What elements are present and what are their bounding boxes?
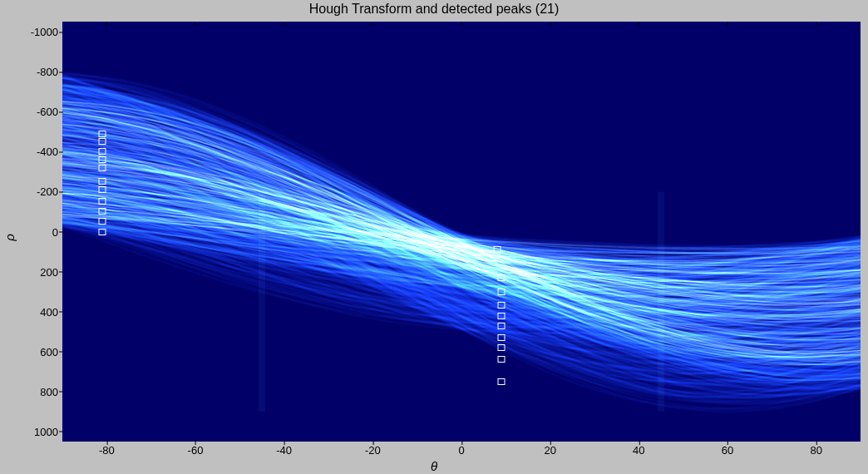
top-tick-mark xyxy=(372,22,373,26)
y-tick-label: -1000 xyxy=(0,26,58,38)
x-tick-label: -60 xyxy=(188,444,204,457)
x-tick-label: 0 xyxy=(458,444,464,457)
x-tick-label: -20 xyxy=(365,444,381,457)
detected-peak-marker xyxy=(99,208,106,215)
y-tick-label: -200 xyxy=(0,185,58,198)
detected-peak-marker xyxy=(99,148,106,155)
detected-peak-marker xyxy=(99,165,106,171)
detected-peak-marker xyxy=(99,138,106,145)
y-tick-label: -600 xyxy=(0,106,58,118)
detected-peak-marker xyxy=(498,274,506,281)
top-tick-mark xyxy=(195,22,196,26)
top-tick-mark xyxy=(727,22,728,26)
detected-peak-marker xyxy=(498,313,506,319)
y-tick-label: 200 xyxy=(0,265,58,278)
y-tick-label: 400 xyxy=(0,305,58,318)
top-tick-mark xyxy=(816,22,816,26)
x-tick-label: 20 xyxy=(544,444,555,457)
x-tick-label: 80 xyxy=(810,444,821,457)
detected-peak-marker xyxy=(99,178,106,185)
y-tick-label: -400 xyxy=(0,146,58,158)
top-tick-mark xyxy=(550,22,550,26)
axes-area[interactable] xyxy=(62,22,861,442)
detected-peak-marker xyxy=(498,334,506,341)
x-tick-label: -80 xyxy=(99,444,115,457)
y-tick-label: 600 xyxy=(0,345,58,358)
top-tick-mark xyxy=(106,22,107,26)
x-tick-label: 60 xyxy=(722,444,733,457)
x-tick-label: 40 xyxy=(633,444,644,457)
detected-peak-marker xyxy=(498,323,506,329)
y-tick-label: 0 xyxy=(0,225,58,238)
detected-peak-marker xyxy=(493,246,501,253)
detected-peak-marker xyxy=(99,198,106,205)
detected-peak-marker xyxy=(99,156,106,163)
top-tick-mark xyxy=(461,22,462,26)
detected-peak-marker xyxy=(498,302,506,309)
top-tick-mark xyxy=(639,22,639,26)
figure-window: Hough Transform and detected peaks (21) … xyxy=(0,0,868,474)
detected-peak-marker xyxy=(498,378,506,385)
chart-title: Hough Transform and detected peaks (21) xyxy=(0,2,868,17)
detected-peak-marker xyxy=(498,344,506,351)
detected-peak-marker xyxy=(99,131,106,137)
detected-peak-marker xyxy=(99,229,106,235)
y-tick-label: 1000 xyxy=(0,425,58,437)
detected-peak-marker xyxy=(99,218,106,225)
detected-peak-marker xyxy=(498,356,506,363)
detected-peak-marker xyxy=(99,186,106,193)
detected-peak-marker xyxy=(498,289,506,295)
x-axis-label: θ xyxy=(0,459,868,473)
y-tick-label: -800 xyxy=(0,66,58,78)
hough-accumulator-image xyxy=(62,22,861,442)
y-tick-label: 800 xyxy=(0,385,58,397)
top-tick-mark xyxy=(284,22,284,26)
x-tick-label: -40 xyxy=(276,444,292,457)
